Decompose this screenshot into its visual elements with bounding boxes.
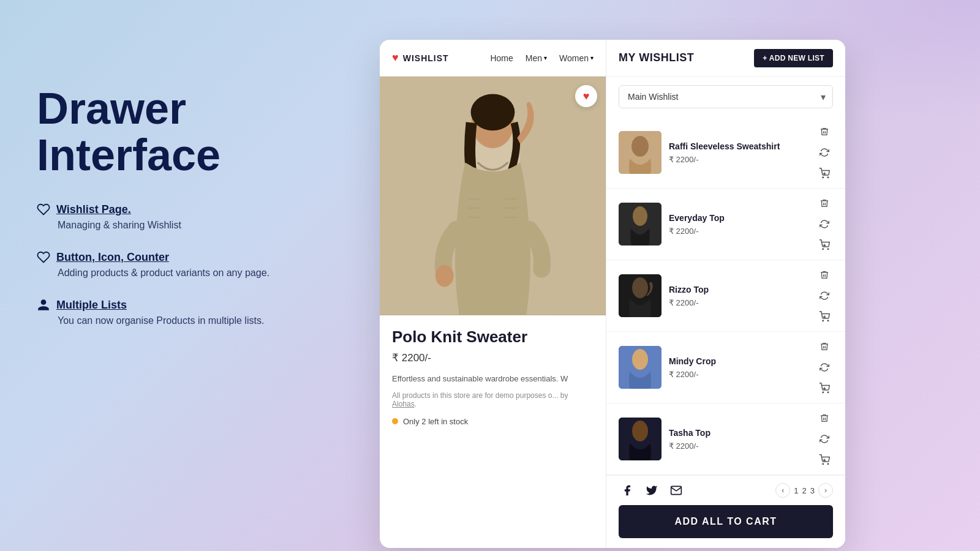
delete-button[interactable] xyxy=(816,266,833,283)
refresh-button[interactable] xyxy=(816,430,833,448)
svg-point-31 xyxy=(823,392,824,393)
social-icons xyxy=(619,482,685,499)
heart-outline-icon xyxy=(37,203,50,216)
refresh-button[interactable] xyxy=(816,287,833,304)
item-actions-raffi xyxy=(816,123,833,182)
product-name: Polo Knit Sweater xyxy=(392,328,594,347)
wishlist-header: MY WISHLIST + ADD NEW LIST xyxy=(606,40,845,77)
delete-button[interactable] xyxy=(816,338,833,355)
nav-women-dropdown[interactable]: Women ▾ xyxy=(559,53,594,63)
add-to-cart-button[interactable] xyxy=(816,308,833,325)
add-to-cart-button[interactable] xyxy=(816,165,833,182)
product-image-svg xyxy=(380,77,606,315)
item-price-mindy: ₹ 2200/- xyxy=(669,370,809,379)
add-to-cart-button[interactable] xyxy=(816,451,833,468)
next-page-button[interactable]: › xyxy=(818,483,833,498)
delete-button[interactable] xyxy=(816,123,833,140)
wishlist-title: MY WISHLIST xyxy=(619,51,694,64)
svg-point-3 xyxy=(471,94,515,130)
item-details-tasha: Tasha Top ₹ 2200/- xyxy=(669,428,809,451)
alohas-link[interactable]: Alohas xyxy=(392,400,415,408)
wishlist-item: Mindy Crop ₹ 2200/- xyxy=(606,332,845,403)
svg-point-25 xyxy=(823,320,824,321)
wishlist-footer-bar: ‹ 1 2 3 › xyxy=(606,475,845,505)
item-name-tasha: Tasha Top xyxy=(669,428,809,438)
email-icon[interactable] xyxy=(668,482,685,499)
wishlist-sidebar: MY WISHLIST + ADD NEW LIST Main Wishlist… xyxy=(606,40,845,548)
product-price: ₹ 2200/- xyxy=(392,351,594,364)
feature-wishlist-page: Wishlist Page. Managing & sharing Wishli… xyxy=(37,203,343,231)
svg-point-20 xyxy=(827,249,829,250)
item-details-everyday: Everyday Top ₹ 2200/- xyxy=(669,213,809,236)
wishlist-item: Rizzo Top ₹ 2200/- xyxy=(606,260,845,332)
prev-page-button[interactable]: ‹ xyxy=(775,483,790,498)
wishlist-item: Raffi Sleeveless Sweatshirt ₹ 2200/- xyxy=(606,117,845,189)
heart-outline-icon-2 xyxy=(37,250,50,264)
nav-women[interactable]: Women xyxy=(559,53,589,63)
logo-text: WISHLIST xyxy=(403,53,449,63)
item-name-mindy: Mindy Crop xyxy=(669,356,809,366)
demo-note: All products in this store are for demo … xyxy=(392,391,594,408)
svg-point-30 xyxy=(632,349,648,370)
item-image-everyday xyxy=(619,203,662,246)
wishlist-items-list: Raffi Sleeveless Sweatshirt ₹ 2200/- xyxy=(606,117,845,475)
add-all-to-cart-button[interactable]: ADD ALL TO CART xyxy=(619,505,833,538)
svg-point-36 xyxy=(632,421,648,441)
item-price-raffi: ₹ 2200/- xyxy=(669,155,809,164)
refresh-button[interactable] xyxy=(816,144,833,161)
svg-point-13 xyxy=(823,177,824,178)
svg-point-26 xyxy=(827,320,829,321)
svg-point-19 xyxy=(823,249,824,250)
item-image-raffi xyxy=(619,131,662,174)
multiple-lists-link[interactable]: Multiple Lists xyxy=(56,299,127,312)
svg-point-12 xyxy=(631,136,649,157)
twitter-icon[interactable] xyxy=(643,482,660,499)
add-to-cart-button[interactable] xyxy=(816,380,833,397)
page-3[interactable]: 3 xyxy=(810,486,815,495)
svg-point-14 xyxy=(827,177,829,178)
wishlist-heart-button[interactable]: ♥ xyxy=(575,85,597,107)
item-details-mindy: Mindy Crop ₹ 2200/- xyxy=(669,356,809,379)
svg-point-4 xyxy=(435,265,454,287)
item-name-rizzo: Rizzo Top xyxy=(669,285,809,294)
heart-filled-icon: ♥ xyxy=(583,90,590,103)
svg-point-18 xyxy=(633,206,647,226)
women-chevron-icon: ▾ xyxy=(590,54,594,61)
wishlist-select[interactable]: Main Wishlist Wishlist 2 Wishlist 3 xyxy=(619,85,833,108)
left-panel: DrawerInterface Wishlist Page. Managing … xyxy=(37,86,343,346)
nav-men[interactable]: Men xyxy=(526,53,542,63)
item-name-everyday: Everyday Top xyxy=(669,213,809,223)
men-chevron-icon: ▾ xyxy=(544,54,547,61)
page-1[interactable]: 1 xyxy=(794,486,798,495)
logo: ♥ WISHLIST xyxy=(392,51,449,64)
item-actions-mindy xyxy=(816,338,833,397)
item-image-rizzo xyxy=(619,274,662,317)
product-image xyxy=(380,77,606,315)
refresh-button[interactable] xyxy=(816,359,833,376)
svg-point-38 xyxy=(827,463,829,465)
wishlist-list-dropdown[interactable]: Main Wishlist Wishlist 2 Wishlist 3 ▾ xyxy=(619,85,833,108)
stock-dot-icon xyxy=(392,418,398,424)
stock-badge: Only 2 left in stock xyxy=(392,417,594,426)
nav-home[interactable]: Home xyxy=(490,53,513,63)
delete-button[interactable] xyxy=(816,195,833,212)
button-icon-link[interactable]: Button, Icon, Counter xyxy=(56,251,169,264)
nav-men-dropdown[interactable]: Men ▾ xyxy=(526,53,547,63)
navigation: ♥ WISHLIST Home Men ▾ Women ▾ xyxy=(380,40,606,77)
pagination: ‹ 1 2 3 › xyxy=(775,483,833,498)
button-icon-desc: Adding products & product variants on an… xyxy=(58,268,343,279)
facebook-icon[interactable] xyxy=(619,482,636,499)
wishlist-page-desc: Managing & sharing Wishlist xyxy=(58,220,343,231)
add-to-cart-button[interactable] xyxy=(816,236,833,253)
wishlist-item: Everyday Top ₹ 2200/- xyxy=(606,189,845,260)
item-price-tasha: ₹ 2200/- xyxy=(669,441,809,451)
delete-button[interactable] xyxy=(816,410,833,427)
page-2[interactable]: 2 xyxy=(802,486,807,495)
refresh-button[interactable] xyxy=(816,216,833,233)
item-price-everyday: ₹ 2200/- xyxy=(669,227,809,236)
wishlist-item: Tasha Top ₹ 2200/- xyxy=(606,403,845,475)
wishlist-page-link[interactable]: Wishlist Page. xyxy=(56,203,131,216)
svg-point-32 xyxy=(827,392,829,393)
item-actions-tasha xyxy=(816,410,833,468)
add-new-list-button[interactable]: + ADD NEW LIST xyxy=(754,49,833,67)
